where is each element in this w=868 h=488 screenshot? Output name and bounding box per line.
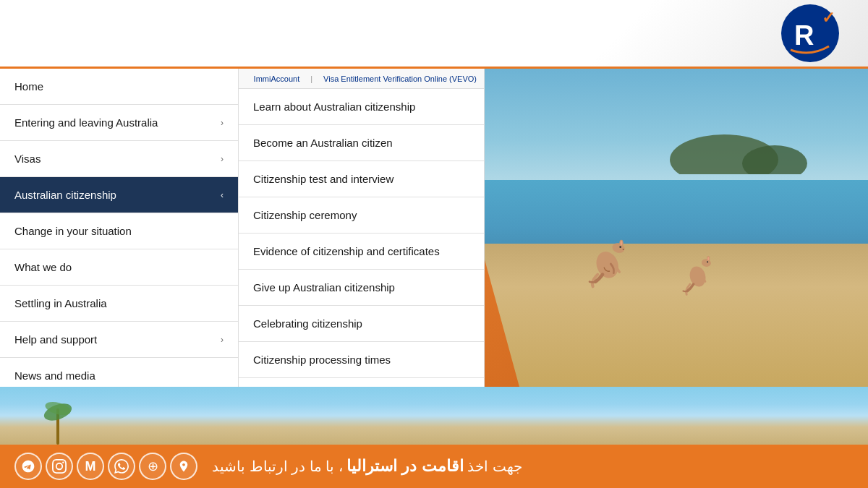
- kangaroo1-svg: [581, 234, 639, 291]
- svg-point-10: [622, 249, 624, 250]
- sub-nav-item-test[interactable]: Citizenship test and interview: [239, 161, 484, 197]
- logo-icon: R ✓: [780, 3, 841, 64]
- nav-item-change-situation[interactable]: Change in your situation: [0, 213, 238, 249]
- chevron-icon: ›: [221, 154, 224, 164]
- nav-item-entering[interactable]: Entering and leaving Australia ›: [0, 105, 238, 141]
- sub-nav-item-evidence[interactable]: Evidence of citizenship and certificates: [239, 234, 484, 270]
- svg-text:✓: ✓: [822, 9, 835, 27]
- kangaroo2-svg: [676, 251, 723, 298]
- topbar-links: ImmiAccount | Visa Entitlement Verificat…: [239, 69, 484, 89]
- whatsapp-icon[interactable]: [108, 453, 135, 480]
- beach-footer-strip: [0, 387, 868, 445]
- svg-point-8: [620, 241, 622, 246]
- sub-nav-item-give-up[interactable]: Give up Australian citizenship: [239, 270, 484, 306]
- nav-item-settling[interactable]: Settling in Australia: [0, 286, 238, 322]
- svg-point-14: [707, 257, 709, 260]
- island-svg: [666, 116, 811, 174]
- kangaroo1: [581, 234, 639, 291]
- social-icons-container: M ⊕: [14, 453, 197, 480]
- nav-item-what-we-do[interactable]: What we do: [0, 249, 238, 286]
- palm-icon: [36, 394, 80, 445]
- vevo-link[interactable]: Visa Entitlement Verification Online (VE…: [323, 74, 477, 83]
- footer-bar: M ⊕ جهت اخذ اقامت در استرالیا ، با ما در…: [0, 445, 868, 488]
- instagram-icon[interactable]: [46, 453, 73, 480]
- svg-point-12: [701, 258, 712, 267]
- sub-nav-item-ceremony[interactable]: Citizenship ceremony: [239, 197, 484, 234]
- footer-section: M ⊕ جهت اخذ اقامت در استرالیا ، با ما در…: [0, 387, 868, 488]
- immi-account-link[interactable]: ImmiAccount: [254, 74, 300, 83]
- sub-nav-item-celebrating[interactable]: Celebrating citizenship: [239, 306, 484, 342]
- svg-text:R: R: [794, 20, 814, 51]
- kangaroo2: [676, 251, 723, 298]
- svg-point-6: [610, 241, 625, 254]
- sub-nav-item-become[interactable]: Become an Australian citizen: [239, 125, 484, 161]
- beach-scene: [485, 69, 868, 387]
- hero-image-area: [485, 69, 868, 387]
- main-content: Home Entering and leaving Australia › Vi…: [0, 69, 868, 387]
- header: R ✓: [0, 0, 868, 69]
- svg-point-9: [619, 246, 621, 248]
- footer-text: جهت اخذ اقامت در استرالیا ، با ما در ارت…: [212, 457, 522, 476]
- chevron-icon: ›: [221, 335, 224, 345]
- chevron-icon: ›: [221, 118, 224, 128]
- telegram-icon[interactable]: [14, 453, 42, 480]
- nav-item-help[interactable]: Help and support ›: [0, 322, 238, 358]
- left-nav: Home Entering and leaving Australia › Vi…: [0, 69, 239, 387]
- nav-item-home[interactable]: Home: [0, 69, 238, 105]
- sub-nav-item-processing[interactable]: Citizenship processing times: [239, 342, 484, 378]
- location-icon[interactable]: [170, 453, 197, 480]
- nav-item-visas[interactable]: Visas ›: [0, 141, 238, 177]
- chevron-left-icon: ‹: [221, 190, 224, 200]
- logo-container: R ✓: [767, 4, 854, 62]
- sub-nav-item-learn[interactable]: Learn about Australian citizenship: [239, 89, 484, 125]
- medium-icon[interactable]: M: [77, 453, 104, 480]
- svg-point-15: [707, 261, 708, 262]
- sub-nav: ImmiAccount | Visa Entitlement Verificat…: [239, 69, 485, 387]
- divider: |: [310, 74, 312, 83]
- web-icon[interactable]: ⊕: [139, 453, 166, 480]
- nav-item-citizenship[interactable]: Australian citizenship ‹: [0, 177, 238, 213]
